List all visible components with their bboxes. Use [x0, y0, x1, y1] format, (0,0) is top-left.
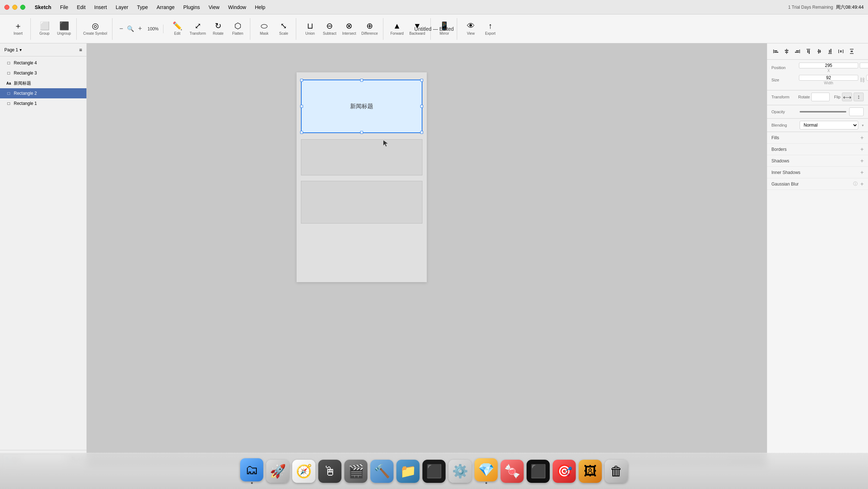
zoom-minus-button[interactable]: −	[117, 25, 125, 33]
menu-plugins[interactable]: Plugins	[180, 4, 204, 11]
fullscreen-button[interactable]	[20, 5, 25, 10]
edit-button[interactable]: ✏️ Edit	[168, 18, 187, 40]
align-middle-v-button[interactable]	[814, 46, 824, 56]
align-center-h-button[interactable]	[782, 46, 792, 56]
create-symbol-button[interactable]: ◎ Create Symbol	[81, 18, 109, 40]
handle-bot-right[interactable]	[420, 131, 423, 134]
handle-bot-left[interactable]	[300, 131, 303, 134]
dock-photobooth[interactable]: 🎬	[344, 460, 367, 483]
difference-button[interactable]: ⊕ Difference	[359, 18, 380, 40]
menu-help[interactable]: Help	[251, 4, 269, 11]
position-x-input[interactable]	[799, 63, 858, 68]
menu-edit[interactable]: Edit	[73, 4, 89, 11]
rectangle-2-selected[interactable]: 新闻标题	[301, 80, 422, 133]
dock-safari[interactable]: 🧭	[292, 460, 315, 483]
group-button[interactable]: ⬜ Group	[35, 18, 54, 40]
menu-file[interactable]: File	[56, 4, 72, 11]
shadows-add-icon[interactable]: +	[860, 158, 864, 164]
mirror-button[interactable]: 📱 Mirror	[435, 18, 454, 40]
dock-app-red[interactable]: 🎯	[553, 460, 576, 483]
dock-sysprefs[interactable]: ⚙️	[448, 460, 472, 483]
transform-button[interactable]: ⤢ Transform	[187, 18, 208, 40]
union-button[interactable]: ⊔ Union	[301, 18, 319, 40]
menu-layer[interactable]: Layer	[112, 4, 132, 11]
rotate-button[interactable]: ↻ Rotate	[209, 18, 227, 40]
zoom-plus-button[interactable]: +	[136, 25, 144, 33]
handle-top-mid[interactable]	[360, 79, 363, 82]
rectangle-3[interactable]	[301, 139, 422, 175]
align-bottom-button[interactable]	[825, 46, 835, 56]
fills-row[interactable]: Fills +	[767, 132, 868, 144]
align-top-button[interactable]	[803, 46, 813, 56]
dock-folder[interactable]: 📁	[396, 460, 420, 483]
gaussian-blur-add-icon[interactable]: +	[860, 181, 864, 187]
inner-shadows-add-icon[interactable]: +	[860, 169, 864, 176]
scale-button[interactable]: ⤡ Scale	[274, 18, 293, 40]
dock-terminal[interactable]: ⬛	[422, 460, 446, 483]
menu-window[interactable]: Window	[225, 4, 250, 11]
layer-item-rectangle2[interactable]: □ Rectangle 2	[0, 88, 86, 98]
rotate-input[interactable]	[811, 93, 830, 101]
handle-mid-right[interactable]	[420, 105, 423, 108]
close-button[interactable]	[4, 5, 9, 10]
height-input[interactable]	[866, 75, 868, 81]
subtract-button[interactable]: ⊖ Subtract	[320, 18, 339, 40]
dock-xcode[interactable]: 🔨	[370, 460, 393, 483]
blending-select[interactable]: Normal Multiply Screen Overlay	[800, 121, 858, 129]
width-input[interactable]	[799, 75, 858, 81]
align-left-button[interactable]	[771, 46, 781, 56]
fills-add-icon[interactable]: +	[860, 135, 864, 141]
canvas[interactable]: 新闻标题 CSDN @清风清眉	[87, 43, 767, 467]
handle-top-left[interactable]	[300, 79, 303, 82]
menu-arrange[interactable]: Arrange	[153, 4, 178, 11]
gaussian-blur-row[interactable]: Gaussian Blur ⓘ +	[767, 178, 868, 190]
flip-v-button[interactable]: ↕	[854, 93, 864, 101]
link-icon[interactable]: ⛓	[860, 75, 865, 85]
layer-item-rectangle4[interactable]: □ Rectangle 4	[0, 58, 86, 68]
dock-app-img[interactable]: 🖼	[579, 460, 602, 483]
menu-insert[interactable]: Insert	[91, 4, 111, 11]
borders-row[interactable]: Borders +	[767, 144, 868, 155]
layer-item-rectangle3[interactable]: □ Rectangle 3	[0, 68, 86, 78]
dock-sketch[interactable]: 💎	[475, 458, 498, 484]
distribute-v-button[interactable]	[847, 46, 857, 56]
handle-bot-mid[interactable]	[360, 131, 363, 134]
inner-shadows-row[interactable]: Inner Shadows +	[767, 167, 868, 178]
view-button[interactable]: 👁 View	[461, 18, 480, 40]
dock-candy[interactable]: 🍬	[501, 460, 524, 483]
handle-mid-left[interactable]	[300, 105, 303, 108]
align-right-button[interactable]	[792, 46, 803, 56]
ungroup-button[interactable]: ⬛ Ungroup	[55, 18, 73, 40]
dock-trash[interactable]: 🗑	[605, 460, 628, 483]
borders-add-icon[interactable]: +	[860, 146, 864, 153]
page-selector[interactable]: Page 1 ▾	[4, 47, 22, 52]
flip-h-button[interactable]: ⟷	[842, 93, 852, 101]
opacity-slider[interactable]	[800, 111, 846, 112]
insert-button[interactable]: ＋ Insert	[9, 18, 27, 40]
minimize-button[interactable]	[12, 5, 17, 10]
opacity-input[interactable]	[849, 107, 864, 116]
mask-button[interactable]: ⬭ Mask	[255, 18, 273, 40]
dock-mouse[interactable]: 🖱	[318, 460, 341, 483]
rectangle-4[interactable]	[301, 181, 422, 224]
layer-item-text[interactable]: Aa 新闻标题	[0, 78, 86, 88]
flatten-button[interactable]: ⬡ Flatten	[228, 18, 247, 40]
menu-sketch[interactable]: Sketch	[31, 4, 55, 11]
layer-item-rectangle1[interactable]: □ Rectangle 1	[0, 98, 86, 109]
forward-button[interactable]: ▲ Forward	[388, 18, 407, 40]
shadows-row[interactable]: Shadows +	[767, 155, 868, 167]
dock-launchpad[interactable]: 🚀	[266, 460, 289, 483]
export-button[interactable]: ↑ Export	[481, 18, 500, 40]
handle-top-right[interactable]	[420, 79, 423, 82]
backward-button[interactable]: ▼ Backward	[407, 18, 427, 40]
position-y-input[interactable]	[860, 63, 868, 68]
svg-rect-10	[807, 50, 808, 53]
borders-label: Borders	[771, 147, 858, 152]
intersect-button[interactable]: ⊗ Intersect	[340, 18, 358, 40]
dock-finder[interactable]: 🗂	[240, 458, 263, 484]
dock-app-black[interactable]: ⬛	[527, 460, 550, 483]
menu-view[interactable]: View	[205, 4, 223, 11]
distribute-h-button[interactable]	[836, 46, 846, 56]
layers-toggle-icon[interactable]: ≡	[79, 47, 82, 53]
menu-type[interactable]: Type	[133, 4, 152, 11]
